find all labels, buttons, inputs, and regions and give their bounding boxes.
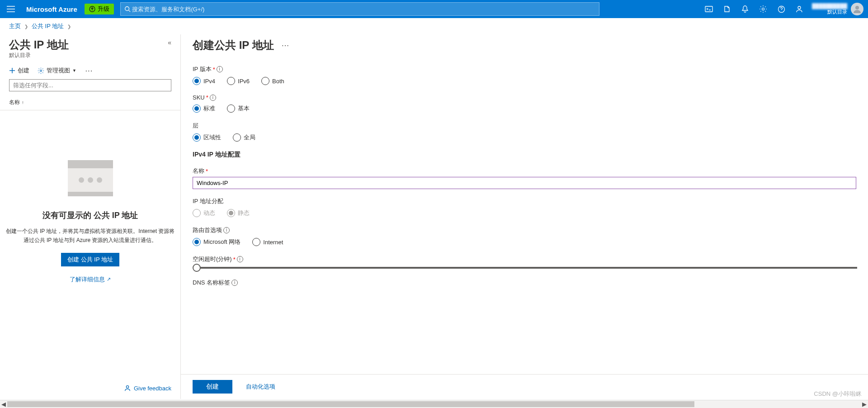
submit-create-button[interactable]: 创建: [193, 380, 232, 394]
cloud-shell-icon[interactable]: [700, 0, 718, 18]
name-input[interactable]: [193, 177, 856, 189]
scroll-left-icon[interactable]: ◀: [0, 400, 7, 408]
settings-icon[interactable]: [754, 0, 772, 18]
radio-both[interactable]: Both: [261, 77, 284, 85]
timeout-slider[interactable]: [193, 267, 857, 269]
sku-label: SKU* i: [193, 94, 856, 101]
radio-assignment-dynamic: 动态: [193, 209, 215, 217]
empty-state: 没有可显示的 公共 IP 地址 创建一个公共 IP 地址，并将其与虚拟机等资源相…: [0, 160, 180, 283]
account-email: ██████████: [812, 3, 847, 9]
horizontal-scrollbar[interactable]: ◀ ▶: [0, 400, 868, 408]
top-bar: Microsoft Azure 升级 ██████████ 默认目录: [0, 0, 868, 18]
radio-tier-regional[interactable]: 区域性: [193, 133, 221, 142]
form-footer: 创建 自动化选项: [181, 374, 868, 399]
info-icon[interactable]: i: [223, 227, 230, 233]
name-label: 名称*: [193, 167, 856, 175]
create-label: 创建: [18, 66, 29, 75]
feedback-person-icon: [124, 384, 131, 392]
upgrade-label: 升级: [98, 5, 109, 13]
svg-point-13: [40, 70, 42, 71]
column-header-name[interactable]: 名称 ↑: [0, 97, 180, 110]
assignment-label: IP 地址分配: [193, 197, 856, 205]
timeout-label: 空闲超时(分钟)* i: [193, 255, 856, 263]
svg-point-14: [126, 386, 128, 388]
radio-routing-internet[interactable]: Internet: [252, 238, 283, 246]
radio-tier-global[interactable]: 全局: [233, 133, 255, 142]
global-search[interactable]: [120, 2, 599, 16]
empty-graphic: [68, 160, 113, 196]
filter-input[interactable]: [9, 79, 171, 91]
list-toolbar: 创建 管理视图 ▼ ···: [0, 64, 180, 79]
svg-point-10: [855, 6, 859, 9]
more-button[interactable]: ···: [85, 67, 94, 74]
brand-label[interactable]: Microsoft Azure: [22, 5, 85, 13]
radio-sku-standard[interactable]: 标准: [193, 104, 215, 113]
automation-options-link[interactable]: 自动化选项: [246, 383, 275, 391]
search-input[interactable]: [132, 6, 595, 13]
menu-icon[interactable]: [0, 0, 22, 18]
form-more-button[interactable]: ···: [281, 42, 291, 49]
info-icon[interactable]: i: [237, 256, 243, 262]
directories-icon[interactable]: [718, 0, 736, 18]
breadcrumb: 主页 ❯ 公共 IP 地址 ❯: [0, 18, 868, 34]
blade-subtitle: 默认目录: [9, 52, 69, 59]
ip-version-label: IP 版本* i: [193, 65, 856, 73]
info-icon[interactable]: i: [217, 66, 223, 72]
chevron-right-icon: ❯: [67, 24, 71, 29]
radio-ipv4[interactable]: IPv4: [193, 77, 215, 85]
plus-icon: [9, 67, 15, 74]
info-icon[interactable]: i: [231, 280, 238, 286]
empty-description: 创建一个公共 IP 地址，并将其与虚拟机等资源相关联。Internet 资源将通…: [5, 227, 176, 244]
account-block[interactable]: ██████████ 默认目录: [808, 3, 850, 15]
radio-ipv6[interactable]: IPv6: [227, 77, 250, 85]
blade-title: 公共 IP 地址: [9, 39, 69, 51]
svg-line-5: [128, 10, 130, 12]
feedback-icon[interactable]: [790, 0, 808, 18]
upgrade-button[interactable]: 升级: [85, 4, 114, 14]
chevron-down-icon: ▼: [72, 68, 76, 73]
search-icon: [124, 6, 131, 12]
give-feedback-button[interactable]: Give feedback: [124, 384, 171, 392]
watermark: CSDN @小咔啦眯: [814, 390, 862, 398]
form-title: 创建公共 IP 地址: [193, 38, 274, 52]
learn-more-link[interactable]: 了解详细信息 ↗: [70, 275, 111, 284]
breadcrumb-public-ip[interactable]: 公共 IP 地址: [32, 22, 64, 30]
external-link-icon: ↗: [107, 276, 111, 282]
collapse-button[interactable]: «: [168, 39, 171, 46]
create-public-ip-button[interactable]: 创建 公共 IP 地址: [61, 253, 119, 266]
info-icon[interactable]: i: [210, 95, 216, 101]
svg-point-9: [798, 6, 801, 9]
chevron-right-icon: ❯: [24, 24, 28, 29]
create-blade: 创建公共 IP 地址 ··· IP 版本* i IPv4 IPv6 Both S…: [181, 34, 868, 399]
dns-label: DNS 名称标签 i: [193, 279, 856, 287]
ipv4-config-section: IPv4 IP 地址配置: [193, 151, 856, 159]
sort-asc-icon: ↑: [22, 100, 24, 105]
svg-point-7: [762, 8, 764, 10]
svg-point-4: [125, 7, 129, 11]
help-icon[interactable]: [772, 0, 790, 18]
manage-view-button[interactable]: 管理视图 ▼: [38, 66, 76, 75]
gear-icon: [38, 67, 44, 74]
tier-label: 层: [193, 122, 856, 130]
manage-view-label: 管理视图: [47, 66, 70, 75]
routing-label: 路由首选项 i: [193, 226, 856, 234]
top-right-tools: ██████████ 默认目录: [700, 0, 868, 18]
upgrade-icon: [89, 6, 95, 12]
create-button[interactable]: 创建: [9, 66, 29, 75]
radio-sku-basic[interactable]: 基本: [227, 104, 250, 113]
list-blade: 公共 IP 地址 默认目录 « 创建 管理视图 ▼ ··· 名称 ↑: [0, 34, 181, 399]
radio-routing-microsoft[interactable]: Microsoft 网络: [193, 238, 241, 246]
account-directory: 默认目录: [827, 9, 847, 15]
breadcrumb-home[interactable]: 主页: [9, 22, 21, 30]
svg-rect-6: [705, 6, 712, 12]
avatar[interactable]: [851, 3, 863, 15]
notifications-icon[interactable]: [736, 0, 754, 18]
empty-title: 没有可显示的 公共 IP 地址: [42, 210, 138, 221]
radio-assignment-static: 静态: [227, 209, 250, 217]
scroll-right-icon[interactable]: ▶: [861, 400, 868, 408]
